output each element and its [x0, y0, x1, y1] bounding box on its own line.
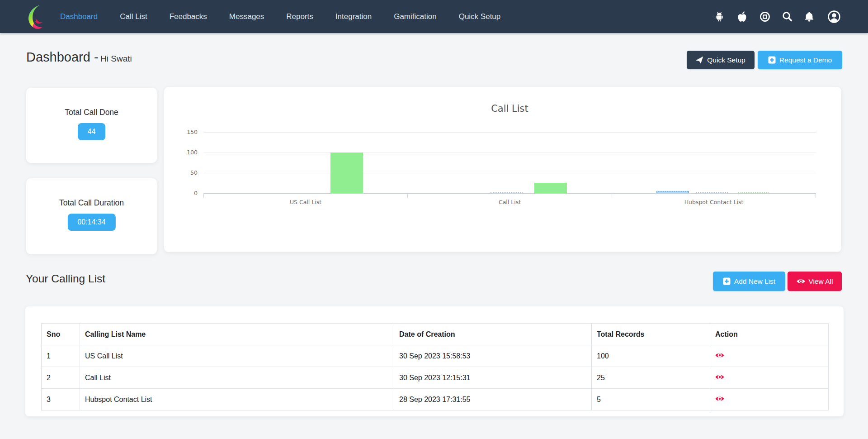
- total-call-duration-value: 00:14:34: [67, 214, 115, 231]
- y-axis-tick-label: 0: [164, 190, 198, 196]
- view-all-button[interactable]: View All: [788, 272, 842, 291]
- view-eye-icon[interactable]: [715, 396, 724, 402]
- plus-square-icon: [768, 56, 776, 64]
- eye-icon: [797, 278, 805, 284]
- bar-hubspot-contact-list[interactable]: [656, 191, 689, 193]
- x-axis-line: [203, 193, 816, 194]
- greeting-text: Hi Swati: [100, 54, 132, 63]
- app-logo-icon[interactable]: [26, 4, 46, 29]
- view-eye-icon[interactable]: [715, 352, 724, 358]
- header-date: Date of Creation: [394, 324, 592, 345]
- x-axis-tick: [816, 194, 816, 198]
- cell-records: 100: [592, 345, 710, 367]
- dashboard-page: Dashboard Call List Feedbacks Messages R…: [0, 0, 868, 439]
- calling-list-heading: Your Calling List: [26, 272, 105, 285]
- total-call-done-value: 44: [78, 123, 106, 140]
- cell-records: 25: [592, 367, 710, 389]
- header-name: Calling List Name: [80, 324, 394, 345]
- table-row: 2 Call List 30 Sep 2023 12:15:31 25: [42, 367, 829, 389]
- nav-item-reports[interactable]: Reports: [286, 12, 313, 21]
- cell-sno: 2: [42, 367, 80, 389]
- x-axis-category-label: Call List: [442, 199, 578, 205]
- cell-sno: 3: [42, 389, 80, 410]
- add-new-list-label: Add New List: [734, 277, 775, 286]
- chart-gridline: [203, 173, 816, 173]
- x-axis-tick: [612, 194, 612, 198]
- nav-item-quick-setup[interactable]: Quick Setup: [459, 12, 501, 21]
- calling-list-table-card: Sno Calling List Name Date of Creation T…: [25, 306, 844, 416]
- view-eye-icon[interactable]: [715, 374, 724, 380]
- total-call-done-card: Total Call Done 44: [26, 88, 157, 163]
- add-new-list-button[interactable]: Add New List: [713, 272, 785, 291]
- view-all-label: View All: [809, 277, 833, 286]
- quick-setup-label: Quick Setup: [707, 56, 745, 64]
- x-axis-tick: [203, 194, 204, 198]
- total-call-duration-card: Total Call Duration 00:14:34: [26, 178, 157, 254]
- x-axis-category-label: US Call List: [238, 199, 373, 205]
- cell-records: 5: [592, 389, 710, 410]
- y-axis-tick-label: 50: [164, 169, 198, 176]
- bar-us-call-list[interactable]: [330, 153, 363, 193]
- life-ring-icon[interactable]: [758, 0, 772, 33]
- nav-item-feedbacks[interactable]: Feedbacks: [170, 12, 207, 21]
- header-records: Total Records: [592, 324, 710, 345]
- header-sno: Sno: [42, 324, 80, 345]
- table-row: 3 Hubspot Contact List 28 Sep 2023 17:31…: [42, 389, 829, 410]
- nav-menu: Dashboard Call List Feedbacks Messages R…: [60, 0, 500, 33]
- nav-item-gamification[interactable]: Gamification: [394, 12, 436, 21]
- nav-item-messages[interactable]: Messages: [229, 12, 264, 21]
- page-title-text: Dashboard -: [26, 50, 99, 64]
- x-axis-category-label: Hubspot Contact List: [646, 199, 782, 205]
- nav-item-integration[interactable]: Integration: [335, 12, 372, 21]
- total-call-duration-label: Total Call Duration: [26, 198, 157, 208]
- total-call-done-label: Total Call Done: [26, 108, 157, 117]
- page-title: Dashboard - Hi Swati: [26, 50, 132, 65]
- send-icon: [696, 56, 703, 64]
- android-icon[interactable]: [712, 0, 726, 33]
- cell-date: 30 Sep 2023 15:58:53: [394, 345, 592, 367]
- search-icon[interactable]: [780, 0, 794, 33]
- calling-list-table: Sno Calling List Name Date of Creation T…: [41, 323, 829, 410]
- cell-name: US Call List: [80, 345, 394, 367]
- call-list-chart-card: Call List 050100150US Call ListCall List…: [164, 87, 841, 252]
- top-navbar: Dashboard Call List Feedbacks Messages R…: [0, 0, 868, 33]
- bell-icon[interactable]: [802, 0, 816, 33]
- cell-name: Hubspot Contact List: [80, 389, 394, 410]
- cell-date: 30 Sep 2023 12:15:31: [394, 367, 592, 389]
- nav-item-dashboard[interactable]: Dashboard: [60, 12, 98, 21]
- apple-icon[interactable]: [735, 0, 749, 33]
- bar-call-list[interactable]: [534, 183, 567, 193]
- plus-square-icon: [723, 277, 731, 285]
- cell-sno: 1: [42, 345, 80, 367]
- cell-date: 28 Sep 2023 17:31:55: [394, 389, 592, 410]
- cell-name: Call List: [80, 367, 394, 389]
- request-demo-label: Request a Demo: [779, 56, 832, 64]
- quick-setup-button[interactable]: Quick Setup: [687, 51, 755, 69]
- chart-gridline: [203, 153, 816, 153]
- table-header-row: Sno Calling List Name Date of Creation T…: [42, 324, 829, 345]
- chart-gridline: [203, 132, 816, 133]
- request-demo-button[interactable]: Request a Demo: [758, 51, 842, 69]
- user-circle-icon[interactable]: [827, 0, 841, 33]
- table-row: 1 US Call List 30 Sep 2023 15:58:53 100: [42, 345, 829, 367]
- x-axis-tick: [407, 194, 408, 198]
- header-action: Action: [710, 324, 829, 345]
- y-axis-tick-label: 150: [164, 129, 198, 135]
- bar-chart: 050100150US Call ListCall ListHubspot Co…: [164, 87, 841, 252]
- nav-item-call-list[interactable]: Call List: [120, 12, 147, 21]
- y-axis-tick-label: 100: [164, 149, 198, 156]
